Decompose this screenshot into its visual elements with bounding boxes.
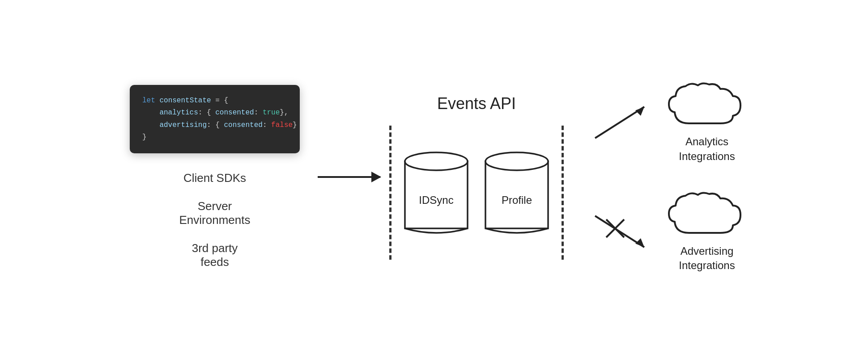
source-labels: Client SDKs ServerEnvironments 3rd party… [179, 171, 251, 269]
advertising-output-row: AdvertisingIntegrations [591, 190, 747, 273]
dashed-line-right [562, 126, 564, 260]
analytics-cloud-container: AnalyticsIntegrations [667, 81, 747, 164]
right-section: AnalyticsIntegrations Ad [591, 81, 747, 273]
advertising-cloud-icon [667, 190, 747, 240]
analytics-output-row: AnalyticsIntegrations [591, 81, 747, 164]
advertising-cloud-container: AdvertisingIntegrations [667, 190, 747, 273]
server-environments-label: ServerEnvironments [179, 199, 251, 227]
analytics-cloud-icon [667, 81, 747, 130]
advertising-blocked-arrow-icon [591, 211, 653, 252]
code-block: let consentState = { analytics: { consen… [130, 85, 300, 153]
events-api-section: Events API IDSync [389, 94, 564, 260]
advertising-label: AdvertisingIntegrations [679, 244, 735, 273]
svg-marker-9 [635, 238, 644, 247]
arrow-to-events-api [313, 176, 385, 178]
analytics-label: AnalyticsIntegrations [679, 135, 735, 164]
idsync-cylinder-svg: IDSync [400, 143, 472, 242]
third-party-label: 3rd partyfeeds [192, 241, 238, 269]
diagram-container: let consentState = { analytics: { consen… [0, 0, 868, 354]
profile-cylinder-svg: Profile [481, 143, 553, 242]
idsync-cylinder: IDSync [400, 143, 472, 242]
left-section: let consentState = { analytics: { consen… [121, 85, 309, 269]
arrow-right-icon [318, 176, 380, 178]
analytics-arrow-icon [591, 102, 653, 143]
advertising-blocked-arrow [591, 211, 653, 252]
svg-point-4 [485, 152, 548, 170]
svg-marker-7 [635, 107, 644, 116]
events-api-title: Events API [437, 94, 516, 113]
client-sdks-label: Client SDKs [183, 171, 246, 185]
profile-cylinder: Profile [481, 143, 553, 242]
svg-text:Profile: Profile [502, 194, 532, 206]
analytics-arrow [591, 102, 653, 143]
dashed-line-left [389, 126, 391, 260]
svg-text:IDSync: IDSync [419, 194, 453, 206]
cylinders-row: IDSync Profile [400, 143, 553, 242]
svg-point-1 [405, 152, 468, 170]
